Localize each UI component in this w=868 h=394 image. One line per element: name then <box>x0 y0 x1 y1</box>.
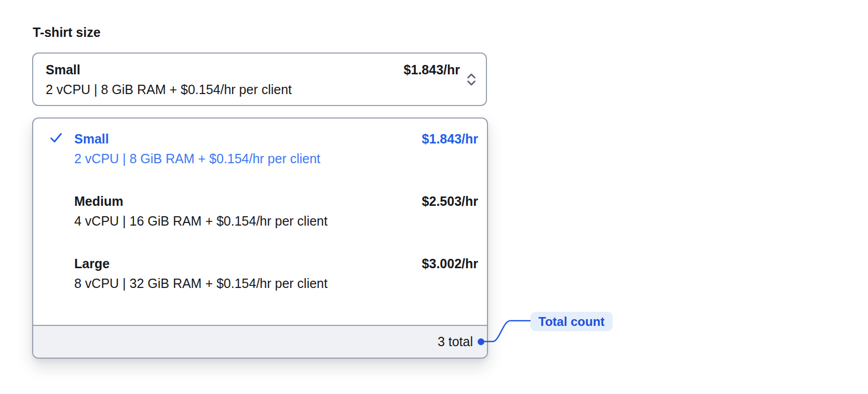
total-count-annotation: Total count <box>531 312 613 331</box>
total-count: 3 total <box>438 334 473 349</box>
chevron-up-down-icon <box>465 72 478 87</box>
option-price: $2.503/hr <box>422 191 478 211</box>
selected-option-name: Small <box>46 60 80 80</box>
size-dropdown-menu: Small $1.843/hr 2 vCPU | 8 GiB RAM + $0.… <box>32 117 488 359</box>
option-description: 8 vCPU | 32 GiB RAM + $0.154/hr per clie… <box>74 273 478 293</box>
annotation-dot <box>478 338 484 345</box>
selected-option-price: $1.843/hr <box>404 60 460 80</box>
option-description: 2 vCPU | 8 GiB RAM + $0.154/hr per clien… <box>74 149 478 168</box>
option-description: 4 vCPU | 16 GiB RAM + $0.154/hr per clie… <box>74 211 478 231</box>
options-list: Small $1.843/hr 2 vCPU | 8 GiB RAM + $0.… <box>33 119 487 325</box>
option-price: $1.843/hr <box>422 129 478 149</box>
annotation-connector-line <box>480 317 535 347</box>
select-value: Small $1.843/hr 2 vCPU | 8 GiB RAM + $0.… <box>46 60 460 99</box>
option-name: Medium <box>74 191 123 211</box>
size-select[interactable]: Small $1.843/hr 2 vCPU | 8 GiB RAM + $0.… <box>32 52 487 106</box>
dropdown-footer: 3 total <box>33 325 487 358</box>
option-name: Small <box>74 129 109 149</box>
check-column <box>33 129 74 168</box>
option-large[interactable]: Large $3.002/hr 8 vCPU | 32 GiB RAM + $0… <box>33 254 478 293</box>
check-column <box>33 191 74 231</box>
field-label: T-shirt size <box>33 24 101 41</box>
option-small[interactable]: Small $1.843/hr 2 vCPU | 8 GiB RAM + $0.… <box>33 129 478 168</box>
option-price: $3.002/hr <box>422 254 478 273</box>
check-column <box>33 254 74 293</box>
option-name: Large <box>74 254 110 273</box>
check-icon <box>49 132 63 144</box>
selected-option-description: 2 vCPU | 8 GiB RAM + $0.154/hr per clien… <box>46 80 460 99</box>
option-medium[interactable]: Medium $2.503/hr 4 vCPU | 16 GiB RAM + $… <box>33 191 478 231</box>
